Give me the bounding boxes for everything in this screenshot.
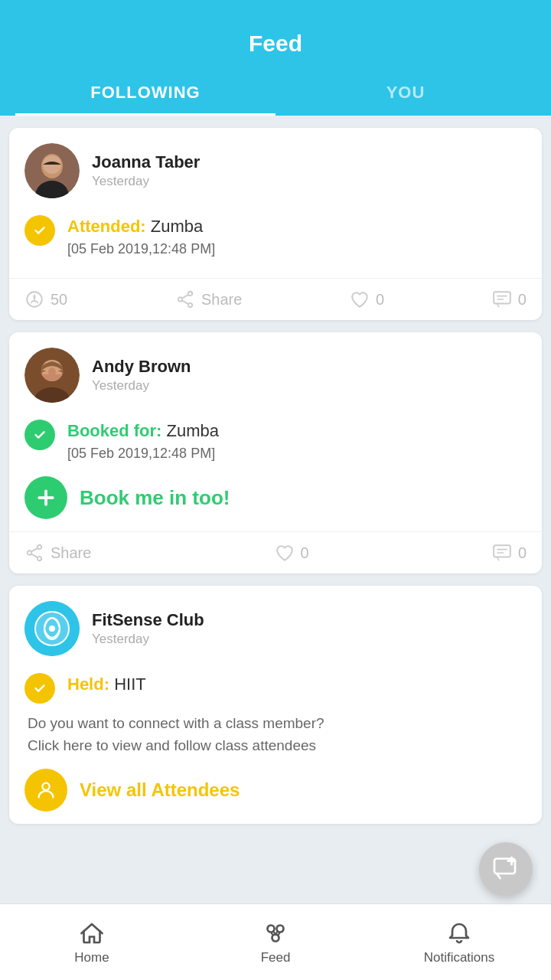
activity-row-andy: Booked for: Zumba [05 Feb 2019,12:48 PM] [24, 418, 527, 464]
activity-label-andy: Booked for: [67, 421, 161, 440]
share-item-joanna[interactable]: Share [175, 289, 242, 309]
card-footer-joanna: 50 Share 0 [9, 278, 542, 320]
likes-value-joanna: 0 [376, 291, 384, 309]
svg-point-20 [32, 427, 47, 443]
svg-point-7 [33, 296, 35, 298]
book-row-andy: Book me in too! [24, 476, 527, 519]
page-title: Feed [15, 31, 536, 57]
nav-item-feed[interactable]: Feed [184, 904, 367, 980]
likes-value-andy: 0 [301, 544, 309, 562]
user-row-fitsense: FitSense Club Yesterday [24, 601, 527, 656]
svg-line-12 [182, 301, 188, 304]
app-header: Feed FOLLOWING YOU [0, 0, 551, 116]
tab-following[interactable]: FOLLOWING [15, 72, 276, 116]
nav-label-feed: Feed [261, 950, 291, 965]
tab-bar: FOLLOWING YOU [15, 72, 536, 116]
comments-item-joanna[interactable]: 0 [492, 289, 527, 309]
card-footer-andy: Share 0 0 [9, 531, 542, 573]
bottom-nav: Home Feed Notifications [0, 903, 551, 980]
card-joanna-body: Joanna Taber Yesterday Attended: Zumba [… [9, 128, 542, 278]
likes-item-andy[interactable]: 0 [275, 543, 309, 563]
feed-content: Joanna Taber Yesterday Attended: Zumba [… [0, 116, 551, 903]
avatar-fitsense [24, 601, 80, 656]
svg-point-36 [42, 783, 49, 790]
activity-class-joanna: Zumba [151, 217, 203, 236]
user-row-andy: Andy Brown Yesterday [24, 348, 527, 403]
svg-point-41 [277, 925, 284, 932]
svg-point-34 [49, 626, 55, 632]
nav-item-home[interactable]: Home [0, 904, 184, 980]
activity-label-fitsense: Held: [67, 675, 109, 694]
attendees-row-fitsense: View all Attendees [24, 769, 527, 812]
activity-label-joanna: Attended: [67, 217, 146, 236]
share-label-joanna: Share [201, 291, 242, 309]
comments-item-andy[interactable]: 0 [492, 543, 527, 563]
user-time-fitsense: Yesterday [92, 632, 204, 647]
activity-datetime-andy: [05 Feb 2019,12:48 PM] [67, 443, 219, 464]
svg-point-24 [28, 550, 31, 554]
nav-label-home: Home [74, 950, 109, 965]
activity-text-joanna: Attended: Zumba [05 Feb 2019,12:48 PM] [67, 214, 215, 260]
share-item-andy[interactable]: Share [24, 543, 91, 563]
activity-class-andy: Zumba [167, 421, 219, 440]
user-info-fitsense: FitSense Club Yesterday [92, 610, 204, 647]
svg-point-35 [32, 681, 47, 696]
svg-point-25 [37, 557, 41, 560]
activity-text-fitsense: Held: HIIT [67, 671, 146, 697]
status-icon-fitsense [24, 673, 55, 704]
user-name-fitsense: FitSense Club [92, 610, 204, 630]
svg-rect-28 [494, 545, 510, 557]
user-time-joanna: Yesterday [92, 174, 200, 189]
user-row-joanna: Joanna Taber Yesterday [24, 143, 527, 198]
activity-row-joanna: Attended: Zumba [05 Feb 2019,12:48 PM] [24, 214, 527, 260]
avatar-joanna [24, 143, 80, 198]
book-me-in-button[interactable] [24, 476, 67, 519]
svg-point-10 [188, 303, 192, 307]
view-attendees-button[interactable] [24, 769, 67, 812]
activity-class-fitsense: HIIT [114, 675, 146, 694]
book-me-in-label: Book me in too! [80, 486, 230, 510]
points-value-joanna: 50 [51, 291, 67, 309]
card-andy-body: Andy Brown Yesterday Booked for: Zumba [… [9, 332, 542, 531]
user-name-joanna: Joanna Taber [92, 152, 200, 172]
tab-you[interactable]: YOU [276, 72, 536, 116]
nav-item-notifications[interactable]: Notifications [367, 904, 551, 980]
svg-line-11 [182, 295, 188, 298]
activity-row-fitsense: Held: HIIT [24, 671, 527, 704]
avatar-andy [24, 348, 80, 403]
comments-value-joanna: 0 [518, 291, 527, 309]
svg-rect-13 [494, 292, 510, 303]
nav-label-notifications: Notifications [424, 950, 495, 965]
activity-text-andy: Booked for: Zumba [05 Feb 2019,12:48 PM] [67, 418, 219, 464]
status-icon-andy [24, 420, 55, 450]
activity-datetime-joanna: [05 Feb 2019,12:48 PM] [67, 239, 215, 260]
svg-line-26 [31, 548, 37, 551]
comments-value-andy: 0 [518, 544, 527, 562]
card-fitsense-body: FitSense Club Yesterday Held: HIIT Do yo [9, 586, 542, 824]
connect-text-fitsense: Do you want to connect with a class memb… [24, 713, 527, 756]
svg-point-8 [188, 292, 192, 296]
card-joanna: Joanna Taber Yesterday Attended: Zumba [… [9, 128, 542, 320]
svg-point-9 [178, 297, 182, 301]
user-name-andy: Andy Brown [92, 357, 191, 377]
points-item-joanna[interactable]: 50 [24, 289, 67, 309]
svg-point-40 [268, 925, 275, 932]
user-time-andy: Yesterday [92, 378, 191, 394]
status-icon-joanna [24, 215, 55, 246]
new-chat-fab[interactable] [479, 842, 533, 896]
user-info-joanna: Joanna Taber Yesterday [92, 152, 200, 189]
likes-item-joanna[interactable]: 0 [350, 289, 384, 309]
card-fitsense: FitSense Club Yesterday Held: HIIT Do yo [9, 586, 542, 824]
svg-point-23 [37, 545, 41, 549]
svg-point-5 [32, 223, 47, 238]
svg-line-27 [31, 554, 37, 557]
share-label-andy: Share [51, 544, 91, 562]
user-info-andy: Andy Brown Yesterday [92, 357, 191, 394]
attendees-label-fitsense: View all Attendees [80, 779, 240, 801]
card-andy: Andy Brown Yesterday Booked for: Zumba [… [9, 332, 542, 573]
